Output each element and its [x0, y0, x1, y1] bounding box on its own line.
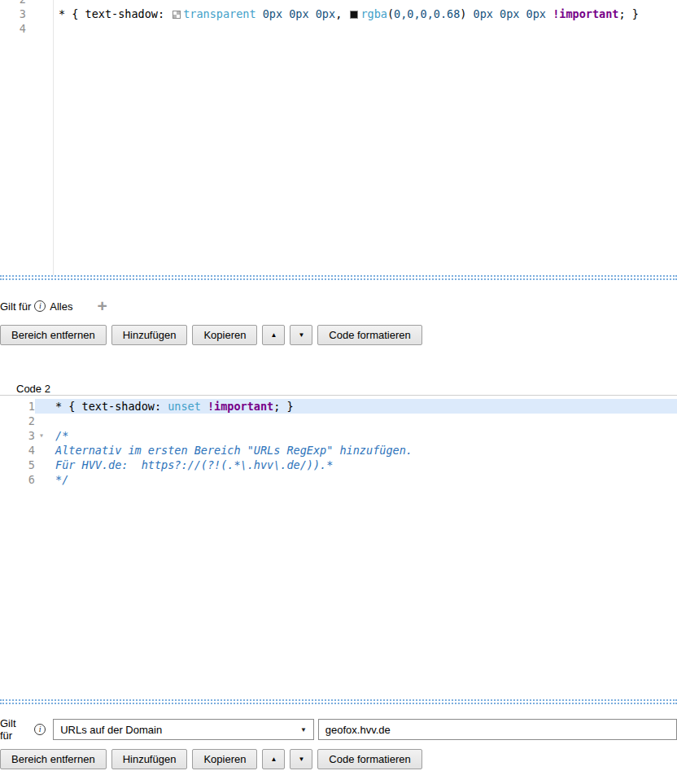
code-line: 5Für HVV.de: https?://(?!(.*\.hvv\.de/))…: [0, 458, 677, 472]
remove-section-button[interactable]: Bereich entfernen: [0, 749, 107, 769]
code-token: [201, 400, 207, 413]
applies-to-row: Gilt für i URLs auf der Domain ▼: [0, 719, 677, 740]
line-number: 6: [0, 472, 35, 487]
code-editor-1[interactable]: 2 3* { text-shadow: transparent 0px 0px …: [0, 0, 677, 275]
line-number: 2: [0, 0, 26, 7]
code-token: (: [387, 7, 394, 20]
color-swatch-transparent[interactable]: [173, 11, 181, 19]
section-toolbar: Bereich entfernen Hinzufügen Kopieren ▲ …: [0, 325, 677, 345]
code-token: !important: [553, 7, 618, 20]
code-token: Alternativ im ersten Bereich "URLs RegEx…: [55, 444, 413, 457]
format-code-button[interactable]: Code formatieren: [317, 749, 421, 769]
code-token: ,: [335, 7, 348, 20]
code-token: 0px 0px 0px: [466, 7, 553, 20]
selected-option-label: URLs auf der Domain: [60, 724, 162, 736]
code-line-text: * { text-shadow: unset !important; }: [55, 399, 294, 414]
applies-to-label: Gilt für: [0, 300, 31, 313]
line-number: 3: [0, 7, 26, 21]
code-line: 3* { text-shadow: transparent 0px 0px 0p…: [0, 7, 677, 21]
code-line: 1* { text-shadow: unset !important; }: [0, 399, 677, 414]
code-token: unset: [168, 400, 201, 413]
code-editor-2[interactable]: 1* { text-shadow: unset !important; } 2 …: [0, 395, 677, 699]
clone-section-button[interactable]: Kopieren: [192, 749, 257, 769]
move-down-button[interactable]: ▼: [290, 749, 312, 769]
clone-section-button[interactable]: Kopieren: [192, 325, 257, 345]
fold-marker-icon[interactable]: ▾: [35, 428, 55, 443]
line-number: 3: [0, 428, 35, 443]
code-token: * { text-shadow:: [55, 400, 168, 413]
code-line: 2: [0, 0, 677, 7]
format-code-button[interactable]: Code formatieren: [317, 325, 421, 345]
code-line-text: * { text-shadow: transparent 0px 0px 0px…: [26, 7, 639, 21]
move-up-button[interactable]: ▲: [262, 325, 285, 345]
applies-to-value-input[interactable]: [318, 719, 677, 740]
code-token: */: [55, 473, 68, 486]
code-line-text: */: [55, 472, 68, 487]
applies-to-type-select[interactable]: URLs auf der Domain ▼: [53, 719, 314, 740]
code-token: 0px 0px 0px: [256, 7, 336, 20]
code-line: 6*/: [0, 472, 677, 487]
code-line: 4: [0, 21, 677, 36]
code-token: ; }: [618, 7, 638, 20]
code-line-text: /*: [55, 428, 68, 443]
section-toolbar: Bereich entfernen Hinzufügen Kopieren ▲ …: [0, 749, 677, 769]
section-resize-handle[interactable]: [0, 699, 677, 704]
line-number: 4: [0, 21, 26, 36]
info-icon: i: [34, 300, 46, 312]
line-number: 2: [0, 414, 35, 428]
active-line: * { text-shadow: unset !important; }: [35, 399, 677, 414]
code-line-text: Alternativ im ersten Bereich "URLs RegEx…: [55, 443, 413, 458]
code-line: 3▾/*: [0, 428, 677, 443]
code-line-text: Für HVV.de: https?://(?!(.*\.hvv\.de/)).…: [55, 458, 333, 472]
color-swatch-black[interactable]: [350, 11, 358, 19]
add-section-button[interactable]: Hinzufügen: [111, 325, 188, 345]
add-section-button[interactable]: Hinzufügen: [111, 749, 188, 769]
remove-section-button[interactable]: Bereich entfernen: [0, 325, 107, 345]
applies-to-label: Gilt für: [0, 717, 31, 742]
applies-to-value: Alles: [50, 300, 72, 313]
line-number: 1: [0, 399, 35, 414]
section-resize-handle[interactable]: [0, 275, 677, 280]
code-token: * { text-shadow:: [59, 7, 171, 20]
line-number: 4: [0, 443, 35, 458]
code-token: !important: [207, 400, 273, 413]
chevron-down-icon: ▼: [300, 726, 307, 734]
move-down-button[interactable]: ▼: [290, 325, 312, 345]
line-number: 5: [0, 458, 35, 472]
code-token: rgba: [360, 7, 387, 20]
gutter-separator: [53, 0, 54, 275]
code-line: 2: [0, 414, 677, 428]
info-icon: i: [34, 724, 46, 735]
move-up-button[interactable]: ▲: [262, 749, 285, 769]
applies-to-row: Gilt für i Alles +: [0, 296, 677, 316]
add-applies-to-button[interactable]: +: [97, 298, 107, 314]
code-token: 0,0,0,0.68: [394, 7, 460, 20]
code-token: ; }: [273, 400, 293, 413]
section-title: Code 2: [16, 383, 677, 395]
code-token: transparent: [183, 7, 256, 20]
code-line: 4Alternativ im ersten Bereich "URLs RegE…: [0, 443, 677, 458]
code-token: /*: [55, 429, 68, 442]
code-token: Für HVV.de: https?://(?!(.*\.hvv\.de/)).…: [55, 458, 333, 471]
